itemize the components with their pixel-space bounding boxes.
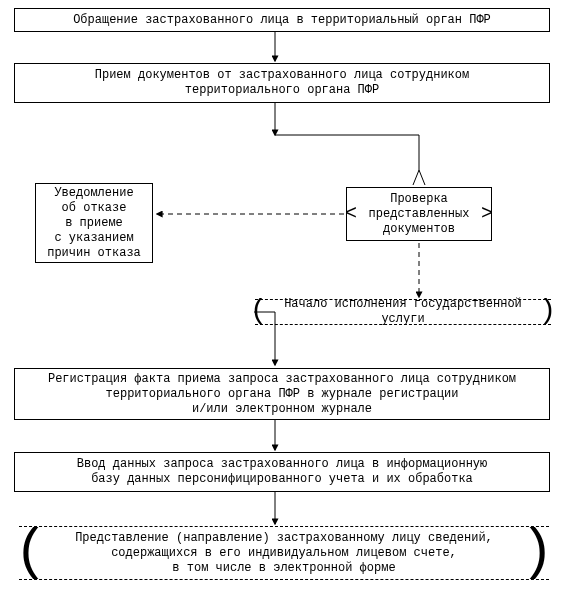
step-check-docs: < > Проверка представленных документов [346,187,492,241]
step-apply-text: Обращение застрахованного лица в террито… [73,13,491,28]
paren-right-icon: ) [520,524,554,580]
angle-right-icon: > [481,201,493,226]
step-input-data: Ввод данных запроса застрахованного лица… [14,452,550,492]
milestone-start-service: ( ) Начало исполнения государственной ус… [256,300,550,324]
angle-left-icon: < [345,201,357,226]
step-input-data-text: Ввод данных запроса застрахованного лица… [77,457,487,487]
milestone-result: ( ) Представление (направление) застрахо… [20,527,548,579]
step-check-docs-text: Проверка представленных документов [369,192,470,237]
paren-left-icon: ( [14,524,48,580]
step-accept-docs: Прием документов от застрахованного лица… [14,63,550,103]
milestone-result-text: Представление (направление) застрахованн… [75,531,493,576]
svg-line-3 [413,170,419,185]
step-register-text: Регистрация факта приема запроса застрах… [48,372,516,417]
paren-left-icon: ( [250,297,267,325]
step-reject-notice: Уведомление об отказе в приеме с указани… [35,183,153,263]
step-reject-notice-text: Уведомление об отказе в приеме с указани… [47,186,141,261]
step-apply: Обращение застрахованного лица в террито… [14,8,550,32]
svg-line-4 [419,170,425,185]
step-accept-docs-text: Прием документов от застрахованного лица… [95,68,469,98]
step-register: Регистрация факта приема запроса застрах… [14,368,550,420]
milestone-start-service-text: Начало исполнения государственной услуги [262,297,544,327]
paren-right-icon: ) [539,297,556,325]
